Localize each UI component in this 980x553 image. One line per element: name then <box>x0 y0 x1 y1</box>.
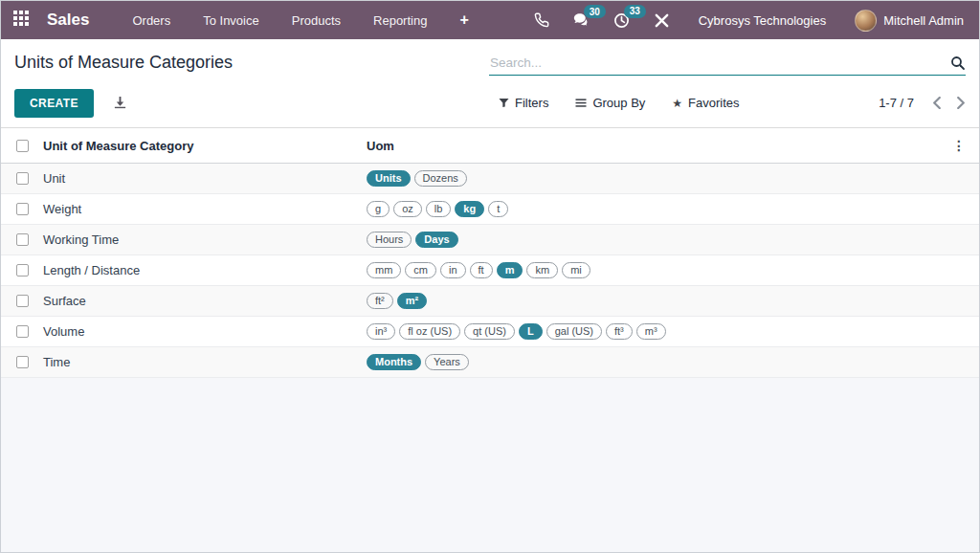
uom-category-name: Volume <box>43 324 367 339</box>
menu-item-products[interactable]: Products <box>292 13 341 28</box>
control-panel-top: Units of Measure Categories <box>1 39 979 84</box>
uom-badge: in <box>440 262 466 278</box>
uom-category-name: Weight <box>43 202 367 216</box>
user-name[interactable]: Mitchell Admin <box>883 13 964 28</box>
table-row[interactable]: Unit UnitsDozens <box>1 164 979 194</box>
table-row[interactable]: Time MonthsYears <box>1 347 979 378</box>
pager-previous-icon[interactable] <box>932 97 942 109</box>
search-box <box>489 53 966 76</box>
action-buttons: CREATE <box>14 89 491 118</box>
uom-badge: mm <box>367 262 401 278</box>
row-checkbox[interactable] <box>16 356 29 368</box>
uom-category-name: Length / Distance <box>43 263 367 277</box>
uom-badge: ft <box>470 262 493 278</box>
plus-menu-icon[interactable]: + <box>459 11 468 29</box>
menu-item-orders[interactable]: Orders <box>132 13 170 28</box>
column-header-category[interactable]: Unit of Measure Category <box>43 139 367 153</box>
search-input[interactable] <box>489 53 950 73</box>
table-header: Unit of Measure Category Uom ⋮ <box>1 127 979 164</box>
table-row[interactable]: Length / Distance mmcminftmkmmi <box>1 255 979 286</box>
export-download-icon[interactable] <box>113 96 127 110</box>
tools-icon[interactable] <box>654 12 670 29</box>
top-navbar: Sales Orders To Invoice Products Reporti… <box>1 1 979 39</box>
app-brand-sales[interactable]: Sales <box>47 11 89 30</box>
activities-clock-icon[interactable]: 33 <box>613 12 630 29</box>
messages-icon[interactable]: 30 <box>573 12 590 28</box>
row-checkbox[interactable] <box>16 233 29 246</box>
row-checkbox[interactable] <box>16 172 29 185</box>
uom-badge-list: ft²m² <box>367 293 952 309</box>
pager-range: 1-7 / 7 <box>879 96 914 110</box>
uom-badge: qt (US) <box>464 323 515 340</box>
group-by-button[interactable]: Group By <box>575 96 645 110</box>
star-icon: ★ <box>672 98 682 109</box>
page-title: Units of Measure Categories <box>14 53 233 73</box>
uom-badge: m² <box>397 293 427 309</box>
row-checkbox[interactable] <box>16 264 29 276</box>
row-checkbox[interactable] <box>16 325 29 338</box>
menu-item-to-invoice[interactable]: To Invoice <box>203 13 259 28</box>
optional-columns-icon[interactable]: ⋮ <box>952 138 979 153</box>
uom-badge: Hours <box>367 232 412 248</box>
create-button[interactable]: CREATE <box>14 89 94 118</box>
filters-button[interactable]: Filters <box>499 96 548 110</box>
list-lines-icon <box>575 98 587 108</box>
uom-badge: fl oz (US) <box>399 323 460 340</box>
uom-badge: km <box>526 262 558 278</box>
uom-badge: oz <box>393 201 422 217</box>
table-body: Unit UnitsDozens Weight gozlbkgt Working… <box>1 164 979 378</box>
uom-badge: m³ <box>636 323 666 340</box>
select-all-checkbox[interactable] <box>16 140 29 152</box>
table-row[interactable]: Working Time HoursDays <box>1 225 979 255</box>
navbar-right-zone: 30 33 Cybrosys Technologies Mitchell Adm… <box>510 10 964 32</box>
uom-badge: Dozens <box>414 170 467 187</box>
uom-category-name: Time <box>43 355 367 369</box>
column-header-uom[interactable]: Uom <box>367 139 952 153</box>
pager: 1-7 / 7 <box>879 96 966 110</box>
app-window: Sales Orders To Invoice Products Reporti… <box>0 0 980 553</box>
uom-badge-list: mmcminftmkmmi <box>367 262 952 278</box>
favorites-label: Favorites <box>688 96 739 110</box>
favorites-button[interactable]: ★ Favorites <box>672 96 739 110</box>
empty-content-area <box>1 378 979 552</box>
uom-badge-list: gozlbkgt <box>367 201 952 217</box>
uom-badge: cm <box>405 262 436 278</box>
table-row[interactable]: Surface ft²m² <box>1 286 979 317</box>
uom-badge-list: in³fl oz (US)qt (US)Lgal (US)ft³m³ <box>367 323 952 340</box>
row-checkbox[interactable] <box>16 203 29 215</box>
uom-badge: ft² <box>367 293 393 309</box>
uom-badge: ft³ <box>606 323 633 340</box>
uom-badge: kg <box>455 201 484 217</box>
uom-badge-list: UnitsDozens <box>367 170 952 187</box>
uom-badge: mi <box>562 262 590 278</box>
phone-icon[interactable] <box>534 12 549 28</box>
funnel-icon <box>499 98 509 108</box>
uom-badge-list: MonthsYears <box>367 354 952 370</box>
uom-badge: Days <box>415 232 457 248</box>
uom-category-name: Surface <box>43 294 367 308</box>
messages-count-badge: 30 <box>584 5 606 18</box>
uom-category-name: Working Time <box>43 232 367 247</box>
pager-next-icon[interactable] <box>956 97 966 109</box>
group-by-label: Group By <box>592 96 645 110</box>
uom-badge: Years <box>425 354 469 370</box>
uom-category-name: Unit <box>43 171 367 186</box>
apps-grid-icon[interactable] <box>13 11 33 30</box>
search-options: Filters Group By ★ Favorites <box>499 96 740 110</box>
user-avatar[interactable] <box>855 10 877 32</box>
table-row[interactable]: Weight gozlbkgt <box>1 194 979 225</box>
table-row[interactable]: Volume in³fl oz (US)qt (US)Lgal (US)ft³m… <box>1 317 979 347</box>
uom-badge: g <box>367 201 390 217</box>
row-checkbox[interactable] <box>16 295 29 307</box>
uom-badge: Units <box>367 170 411 187</box>
uom-badge: in³ <box>367 323 395 340</box>
uom-badge: t <box>488 201 508 217</box>
uom-badge: L <box>519 323 543 340</box>
uom-badge-list: HoursDays <box>367 232 952 248</box>
uom-badge: gal (US) <box>546 323 602 340</box>
uom-badge: m <box>497 262 523 278</box>
company-name[interactable]: Cybrosys Technologies <box>699 13 826 28</box>
search-icon[interactable] <box>950 55 966 71</box>
menu-item-reporting[interactable]: Reporting <box>373 13 427 28</box>
activities-count-badge: 33 <box>624 5 646 18</box>
